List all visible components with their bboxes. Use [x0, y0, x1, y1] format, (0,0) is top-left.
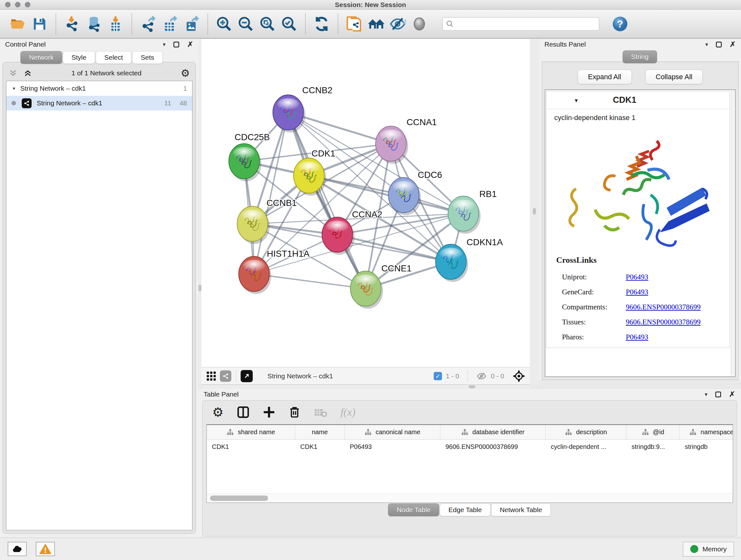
edge-CDK1-RB1[interactable]	[309, 176, 463, 213]
column-header-shared-name[interactable]: shared name	[207, 425, 295, 439]
left-splitter[interactable]	[199, 39, 201, 385]
memory-button[interactable]: Memory	[683, 542, 734, 557]
column-header-description[interactable]: description	[546, 425, 626, 439]
save-session-button[interactable]	[30, 14, 49, 34]
collection-expander-icon[interactable]: ▾	[13, 86, 15, 91]
hide-graphics-button[interactable]	[388, 14, 407, 34]
node-CDC25B[interactable]: CDC25B	[229, 132, 270, 181]
network-view-canvas[interactable]: CCNB2CCNA1CDC25BCDK1CDC6RB1CCNB1CCNA2CDK…	[201, 39, 530, 367]
clone-network-button[interactable]	[345, 14, 363, 34]
crosshair-icon[interactable]	[513, 370, 525, 382]
hidden-eye-icon[interactable]	[476, 371, 487, 381]
float-panel-icon[interactable]	[716, 42, 722, 48]
tab-style[interactable]: Style	[63, 51, 95, 64]
export-image-button[interactable]	[182, 14, 201, 34]
float-panel-icon[interactable]	[715, 391, 721, 397]
column-header-name[interactable]: name	[295, 425, 345, 439]
column-header-id[interactable]: @id	[626, 425, 680, 439]
tab-string[interactable]: String	[623, 51, 657, 63]
open-session-button[interactable]	[9, 14, 27, 34]
expand-all-button[interactable]: Expand All	[578, 70, 632, 84]
close-panel-icon[interactable]: ✗	[730, 41, 736, 48]
search-input[interactable]	[457, 20, 596, 28]
birdseye-grid-icon[interactable]	[206, 371, 217, 381]
delete-column-trash-icon[interactable]	[288, 406, 301, 419]
close-panel-icon[interactable]: ✗	[729, 390, 735, 398]
panel-menu-caret-icon[interactable]: ▾	[163, 42, 165, 47]
network-collection-row[interactable]: ▾ String Network – cdk1 1	[6, 81, 192, 96]
node-CCNE1[interactable]: CCNE1	[350, 263, 412, 309]
edge-CCNB2-CCNE1[interactable]	[288, 112, 366, 289]
table-cell[interactable]: cyclin-dependent ...	[546, 443, 626, 450]
node-HIST1H1A[interactable]: HIST1H1A	[239, 249, 310, 294]
export-table-button[interactable]	[160, 14, 179, 34]
open-cybrowser-button[interactable]	[367, 14, 385, 34]
table-cell[interactable]: stringdb:9...	[626, 443, 680, 450]
column-header-database-identifier[interactable]: database identifier	[441, 425, 546, 439]
table-horizontal-scrollbar[interactable]	[207, 494, 733, 503]
section-expander-icon[interactable]: ▾	[575, 97, 578, 104]
string-style-button[interactable]	[220, 370, 231, 382]
zoom-out-button[interactable]	[237, 14, 255, 34]
table-cell[interactable]: stringdb	[680, 443, 733, 450]
collapse-all-icon[interactable]	[9, 69, 17, 78]
tab-network-table[interactable]: Network Table	[491, 503, 551, 516]
panel-menu-caret-icon[interactable]: ▾	[705, 42, 708, 47]
column-header-namespace[interactable]: namespace	[680, 425, 733, 439]
table-options-gear-icon[interactable]: ⚙	[212, 406, 224, 419]
show-columns-icon[interactable]	[237, 406, 250, 419]
crosslink-link[interactable]: 9606.ENSP00000378699	[626, 314, 701, 329]
import-network-from-file-button[interactable]	[63, 14, 81, 34]
show-graphics-button[interactable]	[410, 14, 428, 34]
tab-select[interactable]: Select	[96, 51, 131, 64]
zoom-selected-button[interactable]	[280, 14, 298, 34]
node-CDC6[interactable]: CDC6	[388, 170, 442, 215]
horizontal-splitter-handle[interactable]	[469, 385, 475, 388]
horizontal-splitter[interactable]	[201, 385, 530, 389]
node-CCNB1[interactable]: CCNB1	[237, 198, 297, 244]
zoom-fit-button[interactable]	[258, 14, 277, 34]
collapse-all-button[interactable]: Collapse All	[645, 70, 703, 84]
scrollbar-thumb[interactable]	[210, 496, 268, 501]
network-row[interactable]: String Network – cdk1 11 48	[6, 96, 192, 111]
tab-sets[interactable]: Sets	[132, 51, 163, 64]
add-column-icon[interactable]	[263, 406, 275, 419]
table-cell[interactable]: CDK1	[295, 443, 345, 450]
crosslink-link[interactable]: P06493	[626, 329, 648, 345]
tab-network[interactable]: Network	[20, 51, 62, 64]
table-cell[interactable]: P06493	[345, 443, 441, 450]
cloud-status-button[interactable]	[8, 542, 27, 556]
tab-node-table[interactable]: Node Table	[388, 503, 439, 516]
network-options-gear-icon[interactable]: ⚙	[181, 68, 190, 78]
selected-checkbox-icon[interactable]: ✓	[434, 372, 442, 380]
node-CCNA1[interactable]: CCNA1	[376, 117, 437, 164]
help-button[interactable]: ?	[611, 14, 629, 34]
panel-menu-caret-icon[interactable]: ▾	[704, 392, 708, 397]
node-RB1[interactable]: RB1	[448, 189, 496, 234]
right-splitter[interactable]	[530, 39, 539, 385]
open-in-new-window-button[interactable]	[241, 370, 253, 382]
column-header-canonical-name[interactable]: canonical name	[345, 425, 441, 439]
network-graph[interactable]: CCNB2CCNA1CDC25BCDK1CDC6RB1CCNB1CCNA2CDK…	[201, 39, 530, 367]
float-panel-icon[interactable]	[173, 42, 179, 48]
tab-edge-table[interactable]: Edge Table	[440, 503, 490, 516]
right-splitter-handle[interactable]	[533, 208, 536, 214]
import-table-from-file-button[interactable]	[106, 14, 125, 34]
expand-all-icon[interactable]	[23, 69, 32, 78]
left-splitter-handle[interactable]	[199, 285, 201, 291]
warnings-button[interactable]	[36, 542, 55, 556]
crosslink-link[interactable]: 9606.ENSP00000378699	[626, 300, 701, 314]
close-panel-icon[interactable]: ✗	[187, 41, 193, 48]
table-cell[interactable]: 9606.ENSP00000378699	[441, 443, 546, 450]
search-field[interactable]	[442, 17, 599, 30]
gene-section-header[interactable]: ▾ CDK1	[547, 91, 730, 109]
zoom-in-button[interactable]	[215, 14, 233, 34]
crosslink-link[interactable]: P06493	[626, 269, 648, 285]
refresh-view-button[interactable]	[313, 14, 331, 34]
node-CDKN1A[interactable]: CDKN1A	[435, 237, 503, 282]
table-row[interactable]: CDK1CDK1P064939606.ENSP00000378699cyclin…	[207, 440, 733, 454]
crosslink-link[interactable]: P06493	[626, 285, 648, 300]
import-network-from-database-button[interactable]	[84, 14, 103, 34]
results-vertical-scrollbar[interactable]	[731, 91, 734, 376]
export-network-button[interactable]	[139, 14, 157, 34]
